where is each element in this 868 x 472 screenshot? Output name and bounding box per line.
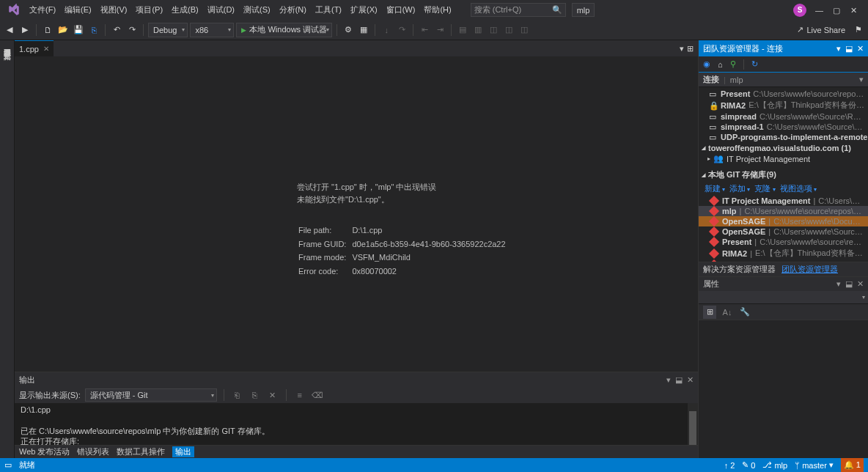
solution-dropdown-icon[interactable]: ⊞ (687, 44, 694, 54)
uncomment-icon[interactable]: ▥ (471, 23, 485, 37)
menu-item[interactable]: 项目(P) (131, 1, 167, 18)
output-icon[interactable]: ✕ (266, 388, 279, 402)
te-link[interactable]: 克隆 (754, 183, 775, 194)
te-link[interactable]: 新建 (705, 183, 725, 194)
recent-repo[interactable]: ▭Present C:\Users\wwwfe\source\repos\Pre… (699, 89, 868, 99)
new-project-icon[interactable]: 🗋 (41, 23, 54, 37)
output-source-dropdown[interactable]: 源代码管理 - Git (85, 388, 217, 402)
alpha-icon[interactable]: A↓ (721, 306, 734, 319)
menu-item[interactable]: 测试(S) (239, 1, 275, 18)
undo-icon[interactable]: ↶ (110, 23, 123, 37)
local-repo[interactable]: RIMA2 | E:\【仓库】Thinkpad资料备份\计算机科学… (699, 247, 868, 259)
te-search-input[interactable] (730, 75, 855, 84)
status-changes[interactable]: ✎0 (742, 460, 755, 470)
toolbar-icon[interactable]: ⚙ (342, 23, 355, 37)
bookmark-icon[interactable]: ◫ (518, 23, 531, 37)
comment-icon[interactable]: ▤ (456, 23, 469, 37)
recent-repo[interactable]: ▭simpread C:\Users\wwwfe\Source\Repos\si… (699, 111, 868, 122)
toolbar-icon[interactable]: ▦ (357, 23, 370, 37)
open-icon[interactable]: 📂 (56, 23, 70, 37)
panel-pin-icon[interactable]: ⬓ (845, 279, 853, 289)
maximize-button[interactable]: ▢ (833, 6, 842, 15)
feedback-icon[interactable]: ⚑ (852, 23, 865, 37)
nav-back-icon[interactable]: ◀ (3, 23, 16, 37)
tab-close-icon[interactable]: ✕ (43, 45, 49, 53)
bookmark-icon[interactable]: ◫ (487, 23, 500, 37)
document-tab[interactable]: 1.cpp ✕ (15, 40, 54, 56)
output-tab[interactable]: 数据工具操作 (117, 446, 165, 457)
output-tab[interactable]: 输出 (172, 446, 194, 457)
panel-close-icon[interactable]: ✕ (857, 44, 864, 54)
output-wrap-icon[interactable]: ≡ (293, 388, 306, 402)
bookmark-icon[interactable]: ◫ (502, 23, 515, 37)
menu-item[interactable]: 工具(T) (311, 1, 346, 18)
close-button[interactable]: ✕ (850, 6, 859, 15)
local-repo[interactable]: IT Project Management | C:\Users\wwwfe\S… (699, 196, 868, 206)
output-tab[interactable]: Web 发布活动 (19, 446, 70, 457)
step-over-icon[interactable]: ↷ (395, 23, 408, 37)
panel-close-icon[interactable]: ✕ (857, 279, 864, 289)
user-avatar[interactable]: S (793, 4, 806, 17)
menu-item[interactable]: 分析(N) (275, 1, 311, 18)
cloud-project[interactable]: 👥IT Project Management (699, 154, 868, 163)
recent-repo[interactable]: ▭simpread-1 C:\Users\wwwfe\Source\Repos\… (699, 122, 868, 132)
scrollbar[interactable] (688, 403, 698, 445)
output-icon[interactable]: ⎗ (231, 388, 244, 402)
output-icon[interactable]: ⎘ (249, 388, 262, 402)
cloud-group[interactable]: toweroffengmao.visualstudio.com (1) (699, 142, 868, 154)
nav-fwd-icon[interactable]: ▶ (18, 23, 32, 37)
menu-item[interactable]: 文件(F) (25, 1, 60, 18)
local-repo[interactable]: mlp | C:\Users\wwwfe\source\repos\mlp (699, 206, 868, 216)
local-repo[interactable]: Present | C:\Users\wwwfe\source\repos\Pr… (699, 237, 868, 247)
minimize-button[interactable]: — (815, 6, 824, 15)
props-dropdown[interactable]: ▾ (699, 291, 868, 304)
te-home-icon[interactable]: ⌂ (718, 60, 723, 69)
te-tab[interactable]: 解决方案资源管理器 (703, 264, 776, 275)
menu-item[interactable]: 视图(V) (96, 1, 132, 18)
save-all-icon[interactable]: ⎘ (87, 23, 100, 37)
menu-item[interactable]: 帮助(H) (419, 1, 455, 18)
te-refresh-icon[interactable]: ↻ (751, 59, 758, 69)
recent-repo[interactable]: 🔒RIMA2 E:\【仓库】Thinkpad资料备份\计算机科学… (699, 99, 868, 111)
te-plug-icon[interactable]: ⚲ (730, 59, 736, 69)
te-link[interactable]: 添加 (729, 183, 750, 194)
wrench-icon[interactable]: 🔧 (738, 306, 751, 319)
status-publish[interactable]: ↑2 (724, 461, 735, 470)
te-link[interactable]: 视图选项 (780, 183, 817, 194)
step-into-icon[interactable]: ↓ (380, 23, 393, 37)
panel-pin-icon[interactable]: ⬓ (675, 375, 683, 385)
start-debug-button[interactable]: 本地 Windows 调试器 (236, 23, 332, 37)
redo-icon[interactable]: ↷ (125, 23, 139, 37)
side-tab[interactable]: 工具箱 (1, 46, 14, 49)
menu-item[interactable]: 窗口(W) (382, 1, 420, 18)
status-branch[interactable]: ᛘ master▾ (795, 460, 834, 470)
panel-pin-icon[interactable]: ⬓ (845, 44, 853, 54)
te-tab[interactable]: 团队资源管理器 (781, 264, 838, 275)
panel-dropdown-icon[interactable]: ▾ (836, 44, 841, 54)
config-dropdown[interactable]: Debug (148, 23, 188, 37)
panel-dropdown-icon[interactable]: ▾ (666, 375, 671, 385)
menu-item[interactable]: 生成(B) (167, 1, 203, 18)
menu-item[interactable]: 扩展(X) (346, 1, 382, 18)
recent-repo[interactable]: ▭UDP-programs-to-implement-a-remote-logi… (699, 132, 868, 142)
menu-item[interactable]: 调试(D) (203, 1, 239, 18)
output-text[interactable]: D:\1.cpp 已在 C:\Users\wwwfe\source\repos\… (15, 403, 698, 445)
output-tab[interactable]: 错误列表 (77, 446, 109, 457)
categorize-icon[interactable]: ⊞ (703, 306, 716, 319)
live-share-button[interactable]: Live Share (797, 25, 850, 34)
indent-icon[interactable]: ⇥ (433, 23, 446, 37)
status-notification[interactable]: 🔔 1 (841, 458, 864, 472)
save-icon[interactable]: 💾 (72, 23, 85, 37)
te-back-icon[interactable]: ◉ (703, 59, 710, 69)
quick-search[interactable]: 搜索 (Ctrl+Q) 🔍 (471, 3, 566, 17)
platform-dropdown[interactable]: x86 (190, 23, 234, 37)
side-tab[interactable]: 服务器资源管理器 (1, 42, 14, 45)
dropdown-icon[interactable]: ▾ (859, 75, 864, 84)
preview-icon[interactable]: ▾ (680, 44, 684, 54)
local-repo[interactable]: OpenSAGE | C:\Users\wwwfe\Source\Repos\O… (699, 226, 868, 237)
status-repo[interactable]: ⎇ mlp (762, 460, 787, 470)
menu-item[interactable]: 编辑(E) (60, 1, 96, 18)
local-git-group[interactable]: 本地 GIT 存储库(9) (699, 168, 868, 182)
indent-icon[interactable]: ⇤ (418, 23, 431, 37)
panel-close-icon[interactable]: ✕ (687, 375, 694, 385)
